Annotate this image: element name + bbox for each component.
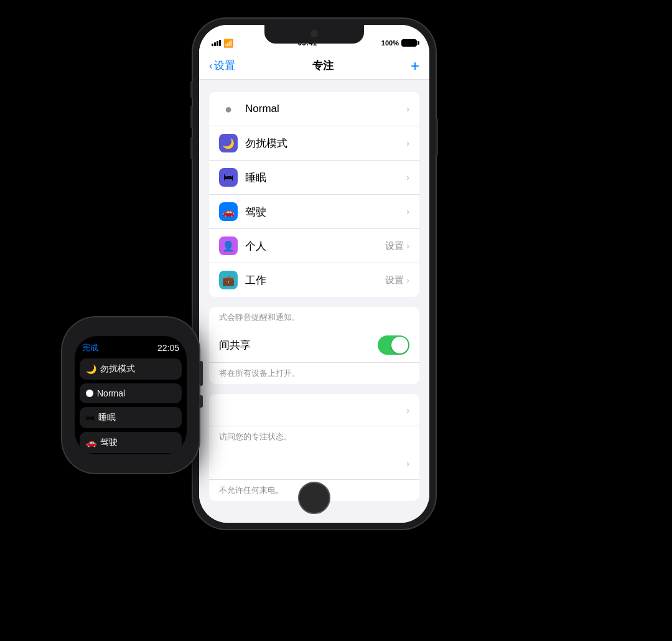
list-item-work[interactable]: 💼 工作 设置 ›	[209, 263, 419, 297]
chevron-right-icon-2: ›	[406, 138, 409, 148]
toggle-section: 式会静音提醒和通知。 间共享 将在所有设备上打开。	[209, 307, 419, 384]
done-button[interactable]: 完成	[82, 342, 98, 353]
sleep-bed-icon: 🛏	[223, 172, 233, 183]
iphone-device: 📶 09:41 100% ‹ 设置 专注 +	[193, 19, 436, 529]
iphone-inner: 📶 09:41 100% ‹ 设置 专注 +	[199, 25, 429, 523]
status-left: 📶	[212, 39, 233, 48]
watch-sleep-icon: 🛏	[86, 413, 95, 423]
chevron-right-icon-7: ›	[406, 405, 409, 415]
volume-down-button	[190, 137, 193, 159]
watch-normal-dot-icon	[86, 390, 93, 397]
watch-item-sleep[interactable]: 🛏 睡眠	[80, 407, 182, 428]
access-row-1[interactable]: ›	[209, 394, 419, 426]
normal-icon: ●	[219, 100, 238, 118]
chevron-right-icon-8: ›	[406, 459, 409, 469]
sleep-icon: 🛏	[219, 168, 238, 187]
personal-icon: 👤	[219, 236, 238, 255]
mute-button	[190, 81, 193, 98]
share-label: 间共享	[219, 338, 378, 352]
sleep-label: 睡眠	[245, 171, 406, 185]
access-desc-1: 访问您的专注状态。	[209, 426, 419, 447]
chevron-right-icon-3: ›	[406, 172, 409, 182]
briefcase-icon: 💼	[222, 274, 235, 286]
home-button[interactable]	[298, 482, 330, 514]
battery-percent: 100%	[381, 39, 399, 47]
access-row-2[interactable]: ›	[209, 447, 419, 480]
chevron-right-icon-4: ›	[406, 207, 409, 217]
dnd-icon: 🌙	[219, 134, 238, 152]
side-button[interactable]	[199, 395, 203, 408]
watch-driving-label: 驾驶	[100, 437, 118, 448]
digital-crown[interactable]	[199, 361, 203, 386]
person-icon: 👤	[222, 240, 235, 252]
watch-item-driving[interactable]: 🚗 驾驶	[80, 432, 182, 453]
watch-item-dnd[interactable]: 🌙 勿扰模式	[80, 358, 182, 380]
chevron-right-icon-5: ›	[406, 241, 409, 251]
toggle-thumb	[391, 337, 408, 353]
back-label: 设置	[214, 58, 235, 73]
focus-list: ● Normal › 🌙 勿扰模式 › 🛏	[209, 92, 419, 297]
personal-label: 个人	[245, 239, 385, 253]
dnd-moon-icon: 🌙	[222, 138, 235, 149]
work-setup-label: 设置	[385, 274, 404, 286]
bar1	[212, 44, 213, 46]
iphone-screen: 📶 09:41 100% ‹ 设置 专注 +	[199, 25, 429, 523]
watch-item-normal[interactable]: Normal	[80, 383, 182, 403]
bar2	[214, 42, 216, 46]
driving-label: 驾驶	[245, 205, 406, 219]
page-title: 专注	[312, 58, 334, 73]
share-toggle-row[interactable]: 间共享	[209, 328, 419, 363]
watch-body: 完成 22:05 🌙 勿扰模式 Normal 🛏 睡眠 🚗 驾驶	[62, 317, 199, 473]
share-toggle-switch[interactable]	[378, 335, 409, 355]
watch-car-icon: 🚗	[86, 437, 96, 447]
camera	[310, 30, 318, 37]
bar3	[217, 41, 218, 46]
list-item-dnd[interactable]: 🌙 勿扰模式 ›	[209, 126, 419, 161]
volume-up-button	[190, 106, 193, 128]
back-button[interactable]: ‹ 设置	[209, 58, 235, 73]
signal-bars	[212, 40, 221, 46]
watch-screen: 完成 22:05 🌙 勿扰模式 Normal 🛏 睡眠 🚗 驾驶	[75, 336, 187, 454]
driving-icon: 🚗	[219, 202, 238, 221]
list-item-driving[interactable]: 🚗 驾驶 ›	[209, 195, 419, 229]
chevron-right-icon: ›	[406, 104, 409, 114]
watch-normal-label: Normal	[97, 388, 125, 398]
work-icon: 💼	[219, 271, 238, 289]
watch-dnd-icon: 🌙	[86, 364, 96, 374]
chevron-left-icon: ‹	[209, 60, 213, 72]
work-label: 工作	[245, 273, 385, 288]
car-icon: 🚗	[222, 206, 235, 218]
share-desc: 将在所有设备上打开。	[209, 363, 419, 384]
apple-watch: 完成 22:05 🌙 勿扰模式 Normal 🛏 睡眠 🚗 驾驶	[56, 305, 205, 485]
list-item-sleep[interactable]: 🛏 睡眠 ›	[209, 161, 419, 195]
toggle-desc: 式会静音提醒和通知。	[209, 307, 419, 328]
watch-time: 22:05	[157, 343, 179, 353]
list-item-normal[interactable]: ● Normal ›	[209, 92, 419, 126]
add-button[interactable]: +	[411, 57, 419, 75]
nav-bar: ‹ 设置 专注 +	[199, 52, 429, 80]
dnd-label: 勿扰模式	[245, 136, 406, 151]
watch-header: 完成 22:05	[80, 342, 182, 358]
normal-dot-icon: ●	[225, 102, 232, 116]
personal-setup-label: 设置	[385, 240, 404, 252]
bar4	[219, 40, 221, 46]
wifi-icon: 📶	[223, 39, 233, 48]
battery-icon	[401, 39, 417, 47]
list-item-personal[interactable]: 👤 个人 设置 ›	[209, 229, 419, 263]
power-button	[436, 118, 438, 156]
chevron-right-icon-6: ›	[406, 275, 409, 285]
battery-fill	[402, 40, 416, 46]
normal-label: Normal	[245, 103, 406, 115]
watch-sleep-label: 睡眠	[98, 412, 116, 423]
watch-dnd-label: 勿扰模式	[100, 363, 135, 375]
status-right: 100%	[381, 39, 417, 47]
notch	[264, 25, 364, 44]
